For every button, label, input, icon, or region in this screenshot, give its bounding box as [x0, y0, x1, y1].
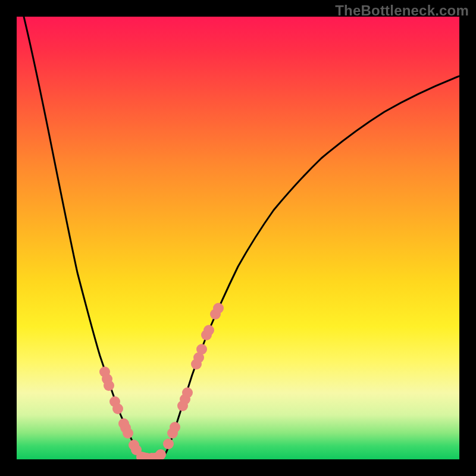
dot-icon: [182, 387, 193, 398]
watermark-label: TheBottleneck.com: [335, 2, 469, 19]
dot-icon: [123, 428, 133, 439]
dot-icon: [170, 422, 180, 433]
dot-icon: [155, 449, 166, 459]
outer-frame: TheBottleneck.com: [0, 0, 476, 476]
dot-icon: [163, 439, 174, 449]
highlight-dot-cluster: [99, 303, 224, 459]
dot-icon: [213, 303, 224, 314]
dot-icon: [203, 325, 214, 336]
dot-icon: [104, 380, 114, 391]
dot-icon: [112, 403, 123, 414]
dot-icon: [196, 344, 207, 355]
chart-overlay: [17, 17, 459, 459]
bottleneck-v-curve: [24, 17, 459, 459]
